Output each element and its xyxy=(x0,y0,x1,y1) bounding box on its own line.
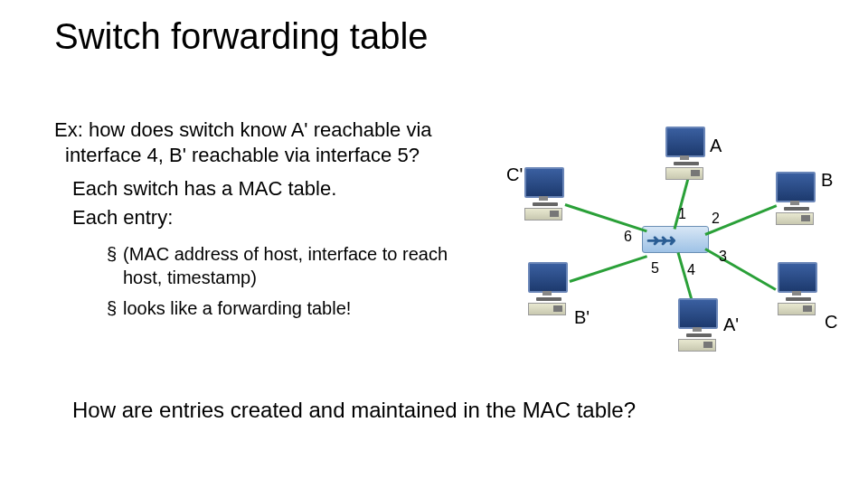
network-diagram: ➜➜➜ 1 2 3 4 5 6 xyxy=(506,127,850,361)
pc-bprime-icon xyxy=(528,262,570,315)
host-label-a: A xyxy=(710,136,722,156)
host-label-cprime: C' xyxy=(506,164,523,185)
bullet-marker-icon: § xyxy=(107,242,123,289)
slide: Switch forwarding table Ex: how does swi… xyxy=(0,0,868,488)
host-label-aprime: A' xyxy=(723,314,739,335)
port-4: 4 xyxy=(687,262,695,278)
port-5: 5 xyxy=(651,260,659,277)
host-label-c: C xyxy=(825,312,837,333)
port-6: 6 xyxy=(624,229,632,245)
port-3: 3 xyxy=(719,249,727,265)
bullet-text-2: looks like a forwarding table! xyxy=(123,296,351,320)
body-line-1: Each switch has a MAC table. xyxy=(72,177,488,201)
body-line-2: Each entry: xyxy=(72,206,488,230)
pc-b-icon xyxy=(776,172,817,225)
switch-arrows-icon: ➜➜➜ xyxy=(646,230,671,250)
pc-c-icon xyxy=(778,262,819,315)
wire-aprime xyxy=(677,252,694,305)
port-2: 2 xyxy=(712,211,720,227)
bullet-list: § (MAC address of host, interface to rea… xyxy=(107,242,477,327)
wire-bprime xyxy=(570,255,648,283)
port-1: 1 xyxy=(678,206,686,222)
wire-c xyxy=(704,248,776,291)
pc-cprime-icon xyxy=(524,167,566,221)
pc-a-icon xyxy=(665,127,707,180)
bullet-marker-icon: § xyxy=(107,296,123,320)
footer-question: How are entries created and maintained i… xyxy=(72,398,814,423)
bullet-item-2: § looks like a forwarding table! xyxy=(107,296,477,320)
slide-title: Switch forwarding table xyxy=(54,16,429,57)
bullet-text-1: (MAC address of host, interface to reach… xyxy=(123,242,477,289)
pc-aprime-icon xyxy=(678,298,720,352)
question-line-1: Ex: how does switch know A' reachable vi… xyxy=(54,118,432,141)
wire-cprime xyxy=(565,203,647,232)
host-label-bprime: B' xyxy=(574,307,590,328)
switch-icon: ➜➜➜ xyxy=(642,226,709,253)
example-question: Ex: how does switch know A' reachable vi… xyxy=(54,117,506,167)
bullet-item-1: § (MAC address of host, interface to rea… xyxy=(107,242,477,289)
question-line-2: interface 4, B' reachable via interface … xyxy=(65,144,420,166)
host-label-b: B xyxy=(821,170,833,191)
